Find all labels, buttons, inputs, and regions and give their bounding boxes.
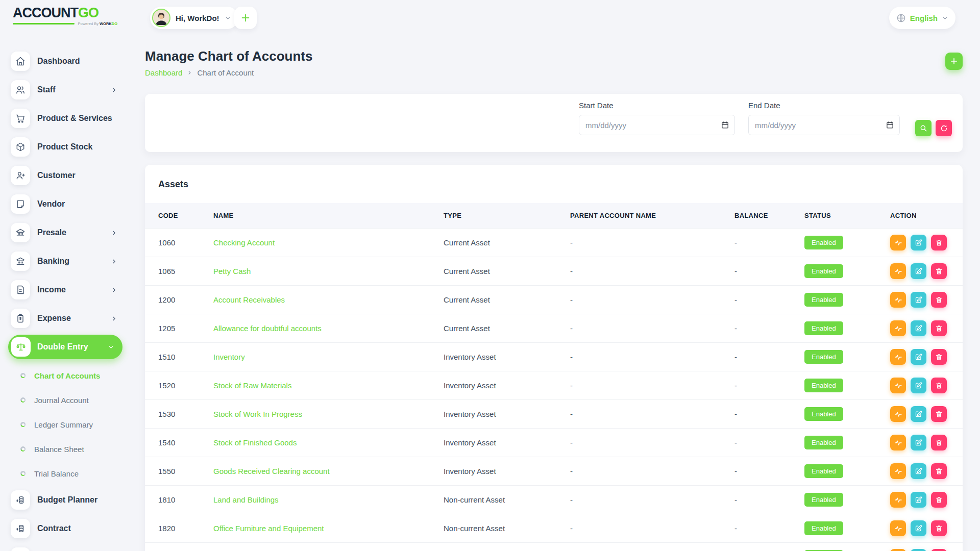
edit-button[interactable] [911,520,926,536]
search-button[interactable] [915,120,932,136]
account-code: 1520 [145,371,200,400]
account-name-link[interactable]: Checking Account [213,238,275,247]
delete-button[interactable] [931,320,947,336]
transactions-button[interactable] [890,406,906,422]
sidebar-subitem-chart-of-accounts[interactable]: Chart of Accounts [0,363,133,388]
account-name-link[interactable]: Land and Buildings [213,495,279,504]
status-badge: Enabled [804,321,843,335]
edit-button[interactable] [911,435,926,450]
sidebar: Dashboard Staff Product & Services Produ… [0,47,133,543]
transactions-button[interactable] [890,463,906,479]
parent-account-name: - [557,457,721,486]
reset-button[interactable] [936,120,952,136]
sidebar-item-contract[interactable]: Contract [0,514,133,543]
end-date-input[interactable] [748,115,900,135]
account-name-link[interactable]: Allowance for doubtful accounts [213,324,322,333]
delete-button[interactable] [931,263,947,279]
account-name-link[interactable]: Account Receivables [213,295,285,304]
sidebar-item-budget-planner[interactable]: Budget Planner [0,486,133,514]
sidebar-item-product-stock[interactable]: Product Stock [0,133,133,161]
delete-button[interactable] [931,492,947,508]
start-date-input[interactable] [579,115,735,135]
delete-button[interactable] [931,520,947,536]
transactions-button[interactable] [890,549,906,551]
breadcrumb-dashboard-link[interactable]: Dashboard [145,68,182,77]
sidebar-subitem-balance-sheet[interactable]: Balance Sheet [0,437,133,461]
transactions-button[interactable] [890,378,906,393]
row-actions [890,349,957,365]
edit-button[interactable] [911,292,926,308]
edit-button[interactable] [911,235,926,251]
sidebar-item-product-services[interactable]: Product & Services [0,104,133,133]
sidebar-item-vendor[interactable]: Vendor [0,190,133,218]
delete-button[interactable] [931,406,947,422]
delete-button[interactable] [931,349,947,365]
sidebar-subitem-ledger-summary[interactable]: Ledger Summary [0,412,133,437]
user-menu[interactable]: Hi, WorkDo! [150,7,238,29]
brand-logo[interactable]: ACCOUNTGO Powered By WORKDO [13,6,117,26]
transactions-button[interactable] [890,349,906,365]
transactions-button[interactable] [890,320,906,336]
delete-button[interactable] [931,463,947,479]
account-balance: - [721,371,791,400]
language-selector[interactable]: English [889,7,955,29]
edit-button[interactable] [911,263,926,279]
sidebar-item-clipped[interactable] [11,547,30,551]
delete-button[interactable] [931,435,947,450]
transactions-button[interactable] [890,435,906,450]
transactions-button[interactable] [890,235,906,251]
activity-icon [894,496,902,504]
sidebar-item-double-entry[interactable]: Double Entry [8,335,122,359]
account-name-link[interactable]: Inventory [213,353,245,361]
sidebar-item-income[interactable]: Income [0,276,133,304]
transactions-button[interactable] [890,292,906,308]
account-name-link[interactable]: Stock of Work In Progress [213,410,302,418]
sidebar-item-dashboard[interactable]: Dashboard [0,47,133,76]
account-name-link[interactable]: Goods Received Clearing account [213,467,330,475]
delete-button[interactable] [931,292,947,308]
edit-button[interactable] [911,406,926,422]
calendar-icon[interactable] [721,120,729,129]
edit-button[interactable] [911,549,926,551]
sidebar-item-presale[interactable]: Presale [0,218,133,247]
page-head: Manage Chart of Accounts Dashboard Chart… [145,48,963,77]
sidebar-item-customer[interactable]: Customer [0,161,133,190]
account-code: 1200 [145,286,200,314]
account-name-link[interactable]: Office Furniture and Equipement [213,524,324,533]
delete-button[interactable] [931,378,947,393]
edit-button[interactable] [911,492,926,508]
account-name-link[interactable]: Petty Cash [213,267,251,276]
bullet-icon [20,397,26,403]
calendar-icon[interactable] [886,120,894,129]
row-actions [890,492,957,508]
add-account-button[interactable] [945,53,963,70]
quick-add-button[interactable] [234,7,257,29]
trash-icon [935,296,943,304]
account-type: Current Asset [430,286,557,314]
sidebar-subitem-trial-balance[interactable]: Trial Balance [0,461,133,486]
sidebar-item-staff[interactable]: Staff [0,76,133,104]
activity-icon [894,239,902,247]
account-balance: - [721,286,791,314]
sidebar-item-banking[interactable]: Banking [0,247,133,276]
sidebar-subitem-journal-account[interactable]: Journal Account [0,388,133,412]
edit-button[interactable] [911,320,926,336]
user-greeting: Hi, WorkDo! [176,14,219,22]
end-date-label: End Date [748,101,900,110]
sidebar-item-expense[interactable]: Expense [0,304,133,333]
edit-button[interactable] [911,349,926,365]
delete-button[interactable] [931,549,947,551]
activity-icon [894,324,902,333]
account-name-link[interactable]: Stock of Raw Materials [213,381,291,390]
language-label: English [910,14,938,22]
account-type: Non-current Asset [430,543,557,551]
edit-button[interactable] [911,378,926,393]
account-name-link[interactable]: Stock of Finished Goods [213,438,297,447]
transactions-button[interactable] [890,263,906,279]
topbar: ACCOUNTGO Powered By WORKDO Hi, WorkDo! … [0,0,980,36]
transactions-button[interactable] [890,520,906,536]
account-code: 1820 [145,514,200,543]
delete-button[interactable] [931,235,947,251]
transactions-button[interactable] [890,492,906,508]
edit-button[interactable] [911,463,926,479]
